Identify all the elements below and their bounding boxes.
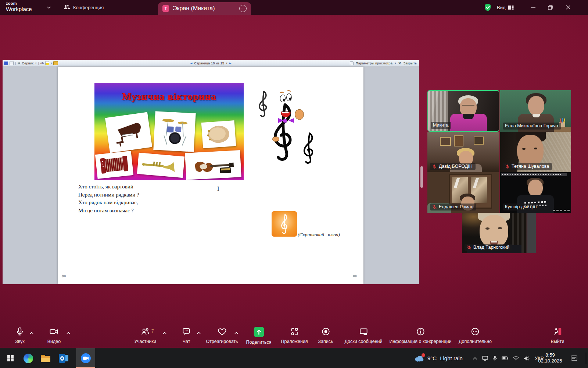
audio-options-chevron[interactable] bbox=[29, 332, 34, 335]
gallery-scrollbar[interactable] bbox=[420, 166, 423, 188]
video-tile-vlad[interactable]: Влад Тарногский bbox=[462, 213, 527, 253]
collar-decor bbox=[533, 114, 540, 117]
quiz-slide-image: Музична вікторина bbox=[94, 83, 244, 180]
restore-icon bbox=[548, 5, 553, 10]
document-canvas: Музична вікторина bbox=[3, 66, 419, 284]
character-eye bbox=[280, 95, 286, 102]
highlighter-dropdown-icon[interactable]: ▾ bbox=[51, 62, 52, 65]
wifi-icon[interactable] bbox=[513, 356, 519, 361]
trumpet-image bbox=[140, 155, 182, 175]
tools-glyph-icon: ✻ bbox=[17, 61, 20, 65]
video-tile-eldashev[interactable]: Елдашев Роман bbox=[427, 172, 499, 213]
participant-name-label: Кушнір дмитро bbox=[503, 204, 539, 210]
weather-desc: Light rain bbox=[440, 355, 463, 361]
video-button[interactable]: Видео bbox=[47, 327, 61, 344]
eye-decor bbox=[522, 148, 526, 150]
video-scrubber[interactable] bbox=[553, 210, 570, 211]
zoom-taskbar-button-active[interactable] bbox=[76, 348, 95, 368]
clock[interactable]: 8:59 02.10.2025 bbox=[534, 352, 567, 364]
next-page-icon[interactable]: ► bbox=[229, 61, 232, 65]
file-explorer-taskbar-button[interactable] bbox=[37, 348, 54, 368]
leave-button[interactable]: Выйти bbox=[551, 327, 564, 344]
participants-options-chevron[interactable] bbox=[162, 332, 167, 335]
electric-guitar-image bbox=[188, 153, 239, 177]
picture-frame-decor bbox=[454, 135, 463, 146]
video-options-chevron[interactable] bbox=[66, 332, 71, 335]
view-button[interactable]: Вид bbox=[497, 0, 514, 15]
document-page: Музична вікторина bbox=[58, 67, 363, 284]
chat-button[interactable]: Чат bbox=[182, 327, 191, 344]
tab-conference[interactable]: Конференция bbox=[63, 0, 104, 15]
minimize-icon bbox=[531, 7, 535, 8]
slide-title: Музична вікторина bbox=[94, 91, 244, 102]
video-tile-mykyta[interactable]: Микита bbox=[427, 90, 499, 132]
info-icon bbox=[416, 327, 425, 336]
prev-page-icon[interactable]: ◄ bbox=[190, 61, 192, 65]
highlighter-icon[interactable] bbox=[45, 61, 49, 65]
notification-center-button[interactable] bbox=[567, 348, 581, 368]
question-line: Хто рядок нам відкриває, bbox=[78, 199, 139, 207]
whiteboards-button[interactable]: Доски сообщений bbox=[344, 327, 382, 344]
view-options-dropdown-icon[interactable]: ▾ bbox=[395, 62, 396, 65]
print-preview-icon[interactable] bbox=[10, 61, 14, 65]
cast-device-icon[interactable] bbox=[482, 356, 488, 361]
restore-button[interactable] bbox=[542, 0, 559, 15]
whiteboard-icon bbox=[359, 327, 368, 336]
tray-mic-icon[interactable] bbox=[493, 355, 497, 361]
spellcheck-icon[interactable]: ab bbox=[40, 61, 44, 65]
video-tile-ella[interactable]: Елла Миколаївна Горяча bbox=[500, 90, 571, 132]
share-screen-button[interactable]: Поделиться bbox=[246, 327, 271, 345]
title-bar: zoom Workplace Конференция T Экран (Мики… bbox=[0, 0, 588, 15]
start-button[interactable] bbox=[2, 348, 19, 368]
tambourine-card bbox=[201, 120, 236, 148]
react-options-chevron[interactable] bbox=[234, 332, 239, 335]
weather-widget[interactable]: 9°C Light rain bbox=[415, 348, 463, 368]
page-forward-arrow-icon[interactable]: ⇨ bbox=[353, 273, 358, 279]
chevron-down-icon[interactable] bbox=[47, 6, 51, 9]
show-desktop-divider[interactable] bbox=[586, 353, 586, 364]
minimize-button[interactable] bbox=[525, 0, 541, 15]
meeting-info-button[interactable]: Информация о конференции bbox=[389, 327, 451, 344]
page-dropdown-icon[interactable]: ▾ bbox=[226, 62, 227, 65]
service-menu[interactable]: Сервис bbox=[22, 61, 34, 65]
tab-options-icon[interactable]: ⋯ bbox=[239, 5, 247, 12]
bow-tie-knot bbox=[283, 119, 287, 123]
muted-mic-icon bbox=[432, 164, 437, 169]
more-button[interactable]: Дополнительно bbox=[459, 327, 492, 344]
video-tile-david[interactable]: Давід БОРОДІН bbox=[427, 132, 499, 172]
record-button[interactable]: Запись bbox=[318, 327, 333, 344]
edge-taskbar-button[interactable] bbox=[20, 348, 37, 368]
react-button[interactable]: Отреагировать bbox=[206, 327, 238, 344]
tray-expand-chevron[interactable] bbox=[473, 357, 477, 360]
eye-decor bbox=[534, 148, 537, 149]
page-indicator[interactable]: Страница 10 из 15 bbox=[194, 61, 224, 65]
tab-screen-share[interactable]: T Экран (Микита) ⋯ bbox=[158, 2, 251, 15]
security-shield-icon[interactable] bbox=[484, 3, 492, 11]
apps-button[interactable]: Приложения bbox=[281, 327, 308, 344]
video-tile-kushnir[interactable]: Кушнір дмитро bbox=[500, 172, 571, 213]
question-line: Хто стоїть, як вартовий bbox=[78, 183, 139, 191]
person-face bbox=[528, 180, 543, 197]
outlook-taskbar-button[interactable] bbox=[55, 348, 72, 368]
video-tile-tetiana[interactable]: Тетяна Шувалова bbox=[500, 132, 571, 172]
close-reading-icon[interactable]: ✕ bbox=[398, 61, 401, 65]
outlook-icon bbox=[59, 354, 68, 363]
accordion-card bbox=[95, 151, 133, 179]
close-reading-button[interactable]: Закрыть bbox=[403, 61, 417, 65]
people-icon bbox=[63, 4, 70, 10]
view-options-button[interactable]: Параметры просмотра bbox=[356, 61, 392, 65]
page-back-arrow-icon[interactable]: ⇦ bbox=[61, 273, 66, 279]
zoom-app-icon bbox=[81, 353, 91, 363]
chat-options-chevron[interactable] bbox=[197, 332, 201, 335]
eye-decor bbox=[485, 227, 490, 230]
save-icon[interactable] bbox=[4, 61, 8, 65]
battery-icon[interactable] bbox=[502, 356, 508, 360]
gallery-edge-sliver bbox=[527, 213, 536, 253]
logo-zoom: zoom bbox=[6, 1, 32, 6]
speaker-icon[interactable] bbox=[524, 356, 530, 361]
close-button[interactable] bbox=[560, 0, 576, 15]
white-treble-clef-icon bbox=[278, 213, 291, 235]
audio-button[interactable]: Звук bbox=[15, 327, 25, 344]
service-dropdown-icon[interactable]: ▾ bbox=[35, 62, 37, 65]
folder-icon[interactable] bbox=[53, 61, 58, 65]
